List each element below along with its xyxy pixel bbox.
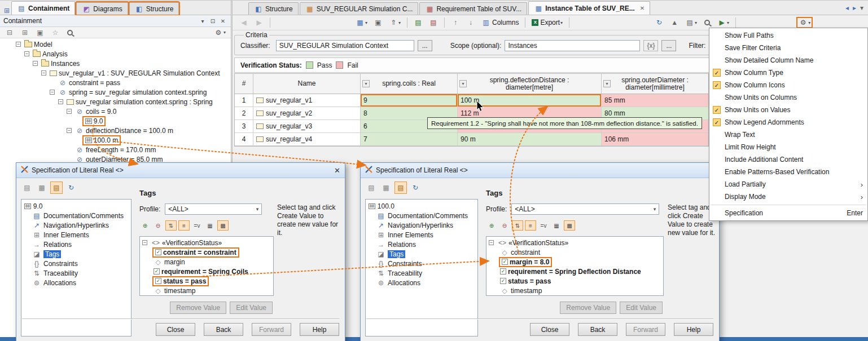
copy-icon[interactable]: ▣ bbox=[371, 17, 385, 28]
tree-item-traceability[interactable]: ⇅Traceability bbox=[367, 268, 477, 278]
tree-item-deflectiondistance-100-0-m[interactable]: −⊘deflectionDistance = 100.0 m bbox=[0, 126, 231, 135]
tab-list-icon[interactable]: ▾ bbox=[860, 4, 863, 12]
deflection-cell[interactable]: 100 m bbox=[458, 94, 602, 107]
name-cell[interactable]: suv_regular_v1 bbox=[253, 94, 361, 107]
tree-item-documentation-comments[interactable]: ▤Documentation/Comments bbox=[367, 211, 477, 220]
expression-button[interactable]: {x} bbox=[643, 40, 658, 51]
column-header-spring-outerdiameter-diameter-millimetre[interactable]: ▼spring.outerDiameter : diameter[millime… bbox=[602, 74, 708, 94]
tree-item-constraint-pass[interactable]: ⊘constraint = pass bbox=[0, 78, 231, 87]
scope-input[interactable] bbox=[505, 40, 640, 51]
forward-button[interactable]: Forward bbox=[626, 323, 665, 336]
table-row[interactable]: 1suv_regular_v19100 m85 mm bbox=[235, 94, 708, 107]
favorites-icon[interactable]: ☆ bbox=[49, 27, 62, 38]
close-icon[interactable]: ✕ bbox=[640, 5, 645, 11]
menu-item-load-partially[interactable]: Load Partially› bbox=[709, 178, 867, 191]
stacked-view-icon[interactable]: ▤ bbox=[394, 181, 407, 194]
edit-value-button[interactable]: Edit Value bbox=[620, 302, 663, 314]
close-icon[interactable]: ✕ bbox=[334, 166, 340, 175]
filter-icon[interactable]: ▼ bbox=[362, 80, 370, 87]
expander-icon[interactable]: − bbox=[33, 61, 38, 66]
deflection-cell[interactable]: 90 m bbox=[458, 133, 602, 145]
run-icon[interactable]: ▶▾ bbox=[715, 17, 731, 28]
expander-icon[interactable]: − bbox=[24, 51, 29, 56]
expand-all-icon[interactable]: ⊞ bbox=[18, 27, 32, 38]
coils-cell[interactable]: 9 bbox=[361, 94, 458, 107]
coils-cell[interactable]: 7 bbox=[361, 133, 458, 145]
tree-item-suv-regular-simulation-context-spring-spring[interactable]: −suv_regular simulation context.spring :… bbox=[0, 97, 231, 107]
stereotype-row[interactable]: −<>«VerificationStatus» bbox=[489, 238, 663, 247]
move-up-icon[interactable]: ↑ bbox=[449, 17, 462, 28]
settings-icon[interactable]: ⚙▾ bbox=[796, 17, 813, 28]
tree-item-100-0-m[interactable]: 88100.0 m bbox=[0, 135, 231, 145]
name-cell[interactable]: suv_regular_v2 bbox=[253, 107, 361, 119]
edit-table-icon[interactable]: ▦▾ bbox=[353, 17, 370, 28]
group-by-profile-icon[interactable]: ≡ bbox=[525, 220, 536, 231]
tag-row-requirement-spring-coils[interactable]: ✓requirement = Spring Coils bbox=[142, 267, 273, 276]
tag-row-timestamp[interactable]: ◇timestamp bbox=[489, 286, 663, 295]
minimize-icon[interactable]: ▾ bbox=[198, 17, 207, 25]
edit-value-button[interactable]: Edit Value bbox=[230, 302, 273, 314]
grid-view-icon[interactable]: ▦ bbox=[204, 220, 216, 231]
paste-icon[interactable]: ⇑▾ bbox=[387, 17, 403, 28]
expander-icon[interactable]: − bbox=[50, 90, 55, 95]
table-row[interactable]: 4suv_regular_v4790 m106 mm bbox=[235, 133, 708, 146]
menu-item-show-full-paths[interactable]: Show Full Paths bbox=[709, 29, 867, 42]
properties-list-icon[interactable]: ▤ bbox=[365, 181, 378, 194]
delete-value-icon[interactable]: ⊖ bbox=[499, 220, 510, 231]
remove-value-button[interactable]: Remove Value bbox=[560, 302, 616, 314]
name-cell[interactable]: suv_regular_v4 bbox=[253, 133, 361, 145]
tag-row-status-pass[interactable]: ✓status = pass bbox=[489, 276, 663, 286]
menu-item-show-units-on-values[interactable]: ✓Show Units on Values bbox=[709, 104, 867, 116]
show-additional-values-icon[interactable]: ▩ bbox=[217, 220, 229, 231]
tree-item-constraints[interactable]: {}Constraints bbox=[367, 259, 477, 268]
create-value-icon[interactable]: ⊕ bbox=[486, 220, 497, 231]
show-values-icon[interactable]: =v bbox=[538, 220, 549, 231]
scope-browse-button[interactable]: ... bbox=[661, 40, 676, 51]
back-button[interactable]: Back bbox=[578, 323, 617, 336]
profile-select[interactable]: <ALL>▾ bbox=[511, 203, 659, 215]
collapse-rows-icon[interactable]: ▲ bbox=[668, 17, 681, 28]
close-button[interactable]: Close bbox=[530, 323, 569, 336]
close-icon[interactable]: ✕ bbox=[218, 17, 227, 25]
tag-row-margin-8-0[interactable]: ✓margin = 8.0 bbox=[489, 257, 663, 267]
tab-structure[interactable]: ◧Structure bbox=[248, 2, 299, 15]
menu-item-wrap-text[interactable]: Wrap Text bbox=[709, 129, 867, 141]
tag-row-constraint-constraint[interactable]: ✓constraint = constraint bbox=[142, 247, 273, 257]
menu-item-show-detailed-column-name[interactable]: Show Detailed Column Name bbox=[709, 54, 867, 67]
sort-by-name-icon[interactable]: ⇅ bbox=[165, 220, 177, 231]
expander-icon[interactable]: − bbox=[58, 99, 63, 104]
tree-item-documentation-comments[interactable]: ▤Documentation/Comments bbox=[23, 211, 131, 220]
tree-item-model[interactable]: −Model bbox=[0, 39, 231, 49]
menu-item-specification[interactable]: SpecificationEnter bbox=[709, 207, 867, 219]
tag-row-requirement-spring-deflection-distance[interactable]: ✓requirement = Spring Deflection Distanc… bbox=[489, 267, 663, 276]
tree-item-inner-elements[interactable]: ⊞Inner Elements bbox=[367, 230, 477, 240]
tree-item-9-0[interactable]: 889.0 bbox=[0, 116, 231, 126]
view-mode-icon[interactable]: ▤▾ bbox=[683, 17, 699, 28]
search-icon[interactable] bbox=[701, 17, 713, 28]
expander-icon[interactable]: − bbox=[16, 42, 21, 47]
group-by-profile-icon[interactable]: ≡ bbox=[178, 220, 190, 231]
tree-item-constraints[interactable]: {}Constraints bbox=[23, 259, 131, 268]
tab-instance-table-of-suv-re[interactable]: ▦Instance Table of SUV_RE...✕ bbox=[528, 1, 650, 15]
properties-list-icon[interactable]: ▤ bbox=[21, 181, 33, 194]
tree-item-analysis[interactable]: −Analysis bbox=[0, 49, 231, 59]
menu-item-show-units-on-columns[interactable]: Show Units on Columns bbox=[709, 91, 867, 104]
expander-icon[interactable]: − bbox=[67, 109, 72, 114]
expander-icon[interactable]: − bbox=[67, 128, 72, 133]
tree-item-suv-regular-v1-suv-regular-simulation-context[interactable]: −suv_regular_v1 : SUV_REGULAR Simulation… bbox=[0, 68, 231, 78]
tree-item-coils-9-0[interactable]: −⊘coils = 9.0 bbox=[0, 107, 231, 116]
tag-row-timestamp[interactable]: ◇timestamp bbox=[142, 286, 273, 295]
stacked-view-icon[interactable]: ▤ bbox=[50, 181, 63, 194]
tree-item-relations[interactable]: →Relations bbox=[23, 240, 131, 249]
tree-view-icon[interactable]: ▦ bbox=[380, 181, 392, 194]
help-button[interactable]: Help bbox=[674, 323, 713, 336]
back-icon[interactable]: ◀ bbox=[237, 17, 251, 28]
tab-structure[interactable]: ◧Structure bbox=[129, 2, 179, 15]
show-values-icon[interactable]: =v bbox=[191, 220, 203, 231]
menu-item-enable-patterns-based-verification[interactable]: Enable Patterns-Based Verification bbox=[709, 166, 867, 178]
column-header-item[interactable]: # bbox=[235, 74, 253, 94]
sort-by-name-icon[interactable]: ⇅ bbox=[512, 220, 523, 231]
refresh-icon[interactable]: ↻ bbox=[652, 17, 666, 28]
expander-icon[interactable]: − bbox=[489, 240, 494, 245]
tree-item-traceability[interactable]: ⇅Traceability bbox=[23, 268, 131, 278]
